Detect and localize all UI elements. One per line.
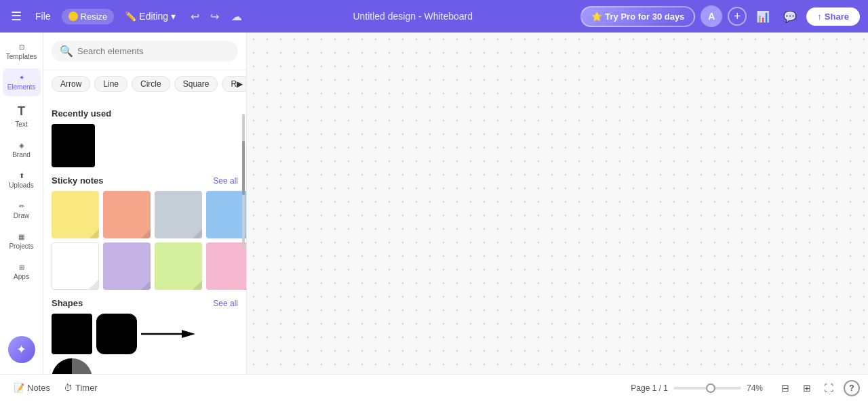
chat-icon[interactable]: 💬	[779, 7, 801, 26]
recent-item-square[interactable]	[52, 124, 95, 167]
sidebar-item-text[interactable]: T Text	[3, 99, 41, 133]
filter-line[interactable]: Line	[94, 76, 127, 92]
search-input-wrap: 🔍	[52, 41, 238, 62]
main-area: ⊡ Templates ✦ Elements T Text ◈ Brand ⬆ …	[0, 33, 868, 374]
share-button[interactable]: ↑ Share	[806, 7, 860, 26]
shapes-grid	[52, 314, 238, 374]
cloud-icon[interactable]: ☁	[229, 7, 245, 26]
filter-chips: Arrow Line Circle Square R▶	[43, 70, 246, 98]
sidebar-item-apps-label: Apps	[14, 273, 29, 280]
zoom-percentage: 74%	[747, 383, 770, 393]
draw-icon: ✏	[19, 203, 24, 210]
scrollbar-track	[242, 114, 245, 249]
timer-icon: ⏱	[64, 383, 73, 393]
grid-view-button[interactable]: ⊟	[776, 379, 795, 398]
sticky-green[interactable]	[155, 242, 202, 290]
document-title: Untitled design - Whiteboard	[353, 11, 473, 22]
projects-icon: ▦	[18, 233, 24, 240]
filter-circle[interactable]: Circle	[132, 76, 170, 92]
recently-used-title: Recently used	[52, 108, 111, 119]
magic-button[interactable]: ✦	[8, 336, 35, 363]
shapes-see-all[interactable]: See all	[213, 299, 238, 308]
elements-icon: ✦	[19, 74, 24, 81]
sidebar-item-projects[interactable]: ▦ Projects	[3, 228, 41, 255]
sticky-salmon[interactable]	[103, 191, 151, 238]
tile-view-button[interactable]: ⊞	[797, 379, 816, 398]
view-buttons: ⊟ ⊞ ⛶	[776, 379, 838, 398]
notes-label: Notes	[27, 383, 50, 393]
topbar-left: ☰ File Resize ✏️ Editing ▾ ↩ ↪ ☁	[8, 6, 245, 26]
page-info: Page 1 / 1	[631, 383, 668, 393]
sticky-yellow[interactable]	[52, 191, 99, 238]
zoom-slider[interactable]	[673, 387, 741, 389]
bottombar: 📝 Notes ⏱ Timer Page 1 / 1 74% ⊟ ⊞ ⛶ ?	[0, 374, 868, 401]
sidebar-item-uploads-label: Uploads	[9, 182, 34, 189]
star-icon: ⭐	[591, 12, 602, 22]
resize-label: Resize	[81, 12, 108, 22]
notes-button[interactable]: 📝 Notes	[8, 380, 56, 396]
undo-button[interactable]: ↩	[186, 7, 203, 26]
shape-arrow[interactable]	[141, 314, 195, 354]
search-input[interactable]	[77, 46, 230, 56]
try-pro-label: Try Pro for 30 days	[605, 12, 684, 22]
redo-button[interactable]: ↪	[206, 7, 223, 26]
fullscreen-button[interactable]: ⛶	[819, 379, 838, 398]
sticky-notes-grid	[52, 191, 238, 290]
apps-icon: ⊞	[19, 263, 24, 271]
sticky-see-all[interactable]: See all	[213, 176, 238, 186]
sidebar-item-brand[interactable]: ◈ Brand	[3, 136, 41, 164]
shape-half-circle[interactable]	[52, 358, 92, 374]
undo-redo-group: ↩ ↪	[186, 7, 223, 26]
panel-scroll: Recently used Sticky notes See all	[43, 98, 246, 374]
filter-arrow[interactable]: Arrow	[52, 76, 90, 92]
left-sidebar: ⊡ Templates ✦ Elements T Text ◈ Brand ⬆ …	[0, 33, 43, 374]
shape-rounded-square[interactable]	[96, 314, 137, 354]
share-icon: ↑	[817, 12, 822, 22]
canvas-area[interactable]	[247, 33, 868, 374]
timer-label: Timer	[75, 383, 98, 393]
shapes-header: Shapes See all	[52, 298, 238, 308]
sidebar-item-elements[interactable]: ✦ Elements	[3, 68, 41, 96]
elements-panel: 🔍 Arrow Line Circle Square R▶ Recently u…	[43, 33, 247, 374]
sidebar-item-text-label: Text	[15, 121, 27, 128]
share-label: Share	[825, 12, 849, 22]
sidebar-item-templates[interactable]: ⊡ Templates	[3, 38, 41, 66]
resize-dot	[68, 12, 78, 21]
recently-used-header: Recently used	[52, 108, 238, 119]
try-pro-button[interactable]: ⭐ Try Pro for 30 days	[580, 6, 695, 27]
resize-button[interactable]: Resize	[62, 9, 115, 24]
sticky-blue[interactable]	[206, 191, 246, 238]
add-collaborator-button[interactable]: +	[728, 7, 747, 26]
bottombar-left: 📝 Notes ⏱ Timer	[8, 380, 103, 396]
file-button[interactable]: File	[30, 8, 56, 24]
filter-square[interactable]: Square	[174, 76, 218, 92]
sidebar-item-apps[interactable]: ⊞ Apps	[3, 258, 41, 286]
pencil-icon: ✏️	[125, 11, 136, 22]
sticky-pink[interactable]	[206, 242, 246, 290]
sticky-lavender[interactable]	[103, 242, 151, 290]
zoom-thumb[interactable]	[706, 383, 715, 393]
sidebar-item-templates-label: Templates	[6, 53, 37, 60]
menu-icon[interactable]: ☰	[8, 6, 24, 26]
shape-square[interactable]	[52, 314, 92, 354]
sidebar-item-projects-label: Projects	[9, 242, 33, 250]
scrollbar-thumb[interactable]	[242, 141, 245, 195]
sticky-gray[interactable]	[155, 191, 202, 238]
analytics-icon[interactable]: 📊	[752, 7, 774, 26]
filter-more[interactable]: R▶	[222, 76, 246, 92]
avatar[interactable]: A	[701, 5, 722, 27]
shapes-title: Shapes	[52, 298, 83, 308]
search-icon: 🔍	[60, 45, 73, 58]
search-bar: 🔍	[43, 33, 246, 70]
sidebar-item-uploads[interactable]: ⬆ Uploads	[3, 167, 41, 194]
editing-button[interactable]: ✏️ Editing ▾	[119, 8, 181, 24]
zoom-slider-wrap	[673, 387, 741, 389]
sidebar-item-draw[interactable]: ✏ Draw	[3, 197, 41, 225]
timer-button[interactable]: ⏱ Timer	[58, 380, 103, 396]
sticky-white[interactable]	[52, 242, 99, 290]
templates-icon: ⊡	[19, 43, 24, 51]
recently-used-section	[52, 124, 238, 167]
brand-icon: ◈	[19, 142, 24, 149]
sticky-notes-title: Sticky notes	[52, 175, 104, 186]
help-button[interactable]: ?	[844, 380, 860, 396]
